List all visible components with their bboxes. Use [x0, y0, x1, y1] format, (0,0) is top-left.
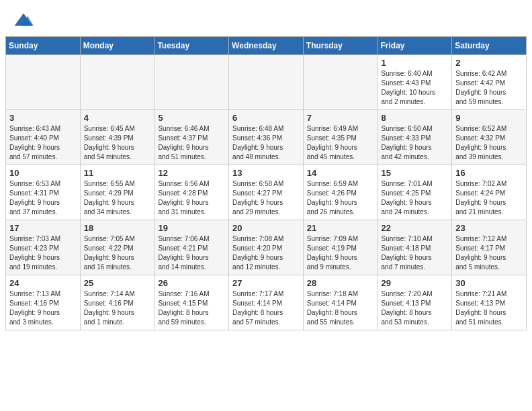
logo-icon — [13, 11, 34, 31]
day-info: Sunrise: 7:13 AM Sunset: 4:16 PM Dayligh… — [9, 289, 77, 327]
day-info: Sunrise: 7:01 AM Sunset: 4:25 PM Dayligh… — [382, 179, 449, 217]
day-info: Sunrise: 6:48 AM Sunset: 4:36 PM Dayligh… — [232, 124, 300, 162]
day-number: 20 — [232, 223, 300, 233]
day-info: Sunrise: 7:05 AM Sunset: 4:22 PM Dayligh… — [84, 234, 151, 272]
calendar-cell: 21Sunrise: 7:09 AM Sunset: 4:19 PM Dayli… — [303, 220, 378, 275]
calendar-day-header: Tuesday — [154, 37, 229, 55]
day-info: Sunrise: 6:52 AM Sunset: 4:32 PM Dayligh… — [455, 124, 523, 162]
day-number: 24 — [9, 278, 77, 288]
day-info: Sunrise: 7:20 AM Sunset: 4:13 PM Dayligh… — [382, 289, 449, 327]
day-info: Sunrise: 7:14 AM Sunset: 4:16 PM Dayligh… — [84, 289, 151, 327]
calendar-cell: 14Sunrise: 6:59 AM Sunset: 4:26 PM Dayli… — [303, 165, 378, 220]
calendar-week-row: 24Sunrise: 7:13 AM Sunset: 4:16 PM Dayli… — [6, 275, 527, 330]
day-info: Sunrise: 6:53 AM Sunset: 4:31 PM Dayligh… — [9, 179, 77, 217]
calendar-cell: 16Sunrise: 7:02 AM Sunset: 4:24 PM Dayli… — [452, 165, 527, 220]
day-info: Sunrise: 7:03 AM Sunset: 4:23 PM Dayligh… — [9, 234, 77, 272]
calendar-cell: 20Sunrise: 7:08 AM Sunset: 4:20 PM Dayli… — [229, 220, 304, 275]
calendar-cell: 29Sunrise: 7:20 AM Sunset: 4:13 PM Dayli… — [378, 275, 452, 330]
calendar-cell: 11Sunrise: 6:55 AM Sunset: 4:29 PM Dayli… — [80, 165, 154, 220]
calendar-cell — [6, 55, 81, 110]
calendar-table: SundayMondayTuesdayWednesdayThursdayFrid… — [5, 36, 527, 330]
day-number: 8 — [382, 113, 449, 123]
day-number: 13 — [232, 168, 300, 178]
day-info: Sunrise: 6:45 AM Sunset: 4:39 PM Dayligh… — [84, 124, 151, 162]
calendar-cell: 15Sunrise: 7:01 AM Sunset: 4:25 PM Dayli… — [378, 165, 452, 220]
day-info: Sunrise: 7:12 AM Sunset: 4:17 PM Dayligh… — [455, 234, 523, 272]
day-number: 6 — [232, 113, 300, 123]
calendar-cell: 24Sunrise: 7:13 AM Sunset: 4:16 PM Dayli… — [6, 275, 81, 330]
day-info: Sunrise: 6:50 AM Sunset: 4:33 PM Dayligh… — [382, 124, 449, 162]
calendar-cell — [303, 55, 378, 110]
day-info: Sunrise: 6:58 AM Sunset: 4:27 PM Dayligh… — [232, 179, 300, 217]
calendar-cell: 7Sunrise: 6:49 AM Sunset: 4:35 PM Daylig… — [303, 110, 378, 165]
calendar-cell: 9Sunrise: 6:52 AM Sunset: 4:32 PM Daylig… — [452, 110, 527, 165]
calendar-wrapper: SundayMondayTuesdayWednesdayThursdayFrid… — [0, 36, 532, 336]
calendar-cell: 26Sunrise: 7:16 AM Sunset: 4:15 PM Dayli… — [154, 275, 229, 330]
day-number: 4 — [84, 113, 151, 123]
day-info: Sunrise: 6:40 AM Sunset: 4:43 PM Dayligh… — [382, 69, 449, 107]
logo — [13, 11, 35, 31]
day-info: Sunrise: 6:43 AM Sunset: 4:40 PM Dayligh… — [9, 124, 77, 162]
calendar-cell: 28Sunrise: 7:18 AM Sunset: 4:14 PM Dayli… — [303, 275, 378, 330]
calendar-week-row: 1Sunrise: 6:40 AM Sunset: 4:43 PM Daylig… — [6, 55, 527, 110]
day-number: 21 — [307, 223, 374, 233]
day-number: 25 — [84, 278, 151, 288]
calendar-day-header: Wednesday — [229, 37, 304, 55]
calendar-week-row: 3Sunrise: 6:43 AM Sunset: 4:40 PM Daylig… — [6, 110, 527, 165]
day-number: 16 — [455, 168, 523, 178]
day-number: 1 — [382, 58, 449, 68]
day-number: 15 — [382, 168, 449, 178]
calendar-cell — [229, 55, 304, 110]
day-info: Sunrise: 6:56 AM Sunset: 4:28 PM Dayligh… — [158, 179, 225, 217]
day-number: 19 — [158, 223, 225, 233]
calendar-day-header: Friday — [378, 37, 452, 55]
day-info: Sunrise: 6:46 AM Sunset: 4:37 PM Dayligh… — [158, 124, 225, 162]
calendar-day-header: Saturday — [452, 37, 527, 55]
day-number: 3 — [9, 113, 77, 123]
day-number: 5 — [158, 113, 225, 123]
day-number: 2 — [455, 58, 523, 68]
day-number: 29 — [382, 278, 449, 288]
calendar-week-row: 17Sunrise: 7:03 AM Sunset: 4:23 PM Dayli… — [6, 220, 527, 275]
calendar-cell: 19Sunrise: 7:06 AM Sunset: 4:21 PM Dayli… — [154, 220, 229, 275]
day-info: Sunrise: 7:16 AM Sunset: 4:15 PM Dayligh… — [158, 289, 225, 327]
calendar-week-row: 10Sunrise: 6:53 AM Sunset: 4:31 PM Dayli… — [6, 165, 527, 220]
calendar-cell: 4Sunrise: 6:45 AM Sunset: 4:39 PM Daylig… — [80, 110, 154, 165]
day-info: Sunrise: 6:49 AM Sunset: 4:35 PM Dayligh… — [307, 124, 374, 162]
calendar-cell: 2Sunrise: 6:42 AM Sunset: 4:42 PM Daylig… — [452, 55, 527, 110]
day-info: Sunrise: 7:10 AM Sunset: 4:18 PM Dayligh… — [382, 234, 449, 272]
day-number: 7 — [307, 113, 374, 123]
day-number: 23 — [455, 223, 523, 233]
calendar-day-header: Monday — [80, 37, 154, 55]
calendar-cell: 12Sunrise: 6:56 AM Sunset: 4:28 PM Dayli… — [154, 165, 229, 220]
calendar-cell: 6Sunrise: 6:48 AM Sunset: 4:36 PM Daylig… — [229, 110, 304, 165]
calendar-cell: 17Sunrise: 7:03 AM Sunset: 4:23 PM Dayli… — [6, 220, 81, 275]
day-number: 12 — [158, 168, 225, 178]
calendar-cell: 3Sunrise: 6:43 AM Sunset: 4:40 PM Daylig… — [6, 110, 81, 165]
calendar-header-row: SundayMondayTuesdayWednesdayThursdayFrid… — [6, 37, 527, 55]
day-number: 11 — [84, 168, 151, 178]
calendar-cell: 18Sunrise: 7:05 AM Sunset: 4:22 PM Dayli… — [80, 220, 154, 275]
calendar-cell: 22Sunrise: 7:10 AM Sunset: 4:18 PM Dayli… — [378, 220, 452, 275]
day-number: 10 — [9, 168, 77, 178]
day-info: Sunrise: 7:09 AM Sunset: 4:19 PM Dayligh… — [307, 234, 374, 272]
calendar-cell: 30Sunrise: 7:21 AM Sunset: 4:13 PM Dayli… — [452, 275, 527, 330]
day-number: 27 — [232, 278, 300, 288]
calendar-cell: 23Sunrise: 7:12 AM Sunset: 4:17 PM Dayli… — [452, 220, 527, 275]
day-info: Sunrise: 6:42 AM Sunset: 4:42 PM Dayligh… — [455, 69, 523, 107]
day-number: 18 — [84, 223, 151, 233]
day-number: 30 — [455, 278, 523, 288]
calendar-cell — [80, 55, 154, 110]
day-number: 9 — [455, 113, 523, 123]
day-number: 26 — [158, 278, 225, 288]
day-info: Sunrise: 7:06 AM Sunset: 4:21 PM Dayligh… — [158, 234, 225, 272]
calendar-cell: 13Sunrise: 6:58 AM Sunset: 4:27 PM Dayli… — [229, 165, 304, 220]
day-info: Sunrise: 7:21 AM Sunset: 4:13 PM Dayligh… — [455, 289, 523, 327]
day-info: Sunrise: 7:02 AM Sunset: 4:24 PM Dayligh… — [455, 179, 523, 217]
day-number: 28 — [307, 278, 374, 288]
day-info: Sunrise: 6:59 AM Sunset: 4:26 PM Dayligh… — [307, 179, 374, 217]
day-number: 22 — [382, 223, 449, 233]
day-number: 14 — [307, 168, 374, 178]
day-info: Sunrise: 6:55 AM Sunset: 4:29 PM Dayligh… — [84, 179, 151, 217]
page-header — [0, 0, 532, 36]
